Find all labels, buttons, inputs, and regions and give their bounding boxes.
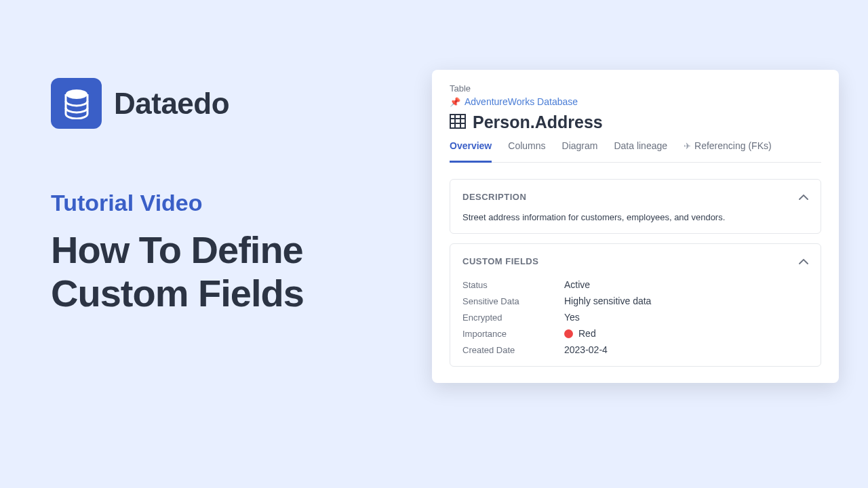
field-value: 2023-02-4 — [564, 344, 608, 355]
custom-fields-card: CUSTOM FIELDS Status Active Sensitive Da… — [450, 243, 821, 367]
custom-fields-body: Status Active Sensitive Data Highly sens… — [462, 279, 808, 355]
field-label: Created Date — [462, 345, 564, 355]
description-title: DESCRIPTION — [462, 192, 526, 202]
title-line-2: Custom Fields — [51, 272, 417, 315]
custom-fields-title: CUSTOM FIELDS — [462, 256, 538, 266]
brand-row: Dataedo — [51, 78, 417, 129]
table-icon — [450, 114, 466, 131]
svg-point-0 — [66, 89, 87, 99]
red-dot-icon — [564, 329, 573, 338]
breadcrumb-link[interactable]: AdventureWorks Database — [465, 96, 578, 107]
brand-logo-icon — [51, 78, 102, 129]
field-label: Encrypted — [462, 312, 564, 323]
field-label: Importance — [462, 329, 564, 339]
tab-columns[interactable]: Columns — [508, 140, 545, 163]
chevron-up-icon[interactable] — [799, 190, 808, 203]
field-value: Yes — [564, 312, 580, 323]
title-line-1: How To Define — [51, 228, 417, 272]
tabs: Overview Columns Diagram Data lineage ✈ … — [450, 140, 821, 163]
object-type-label: Table — [450, 83, 821, 94]
field-label: Status — [462, 280, 564, 290]
pin-icon: 📌 — [450, 97, 460, 107]
tab-referencing-label: Referencing (FKs) — [694, 140, 772, 151]
field-value: Red — [564, 328, 596, 339]
description-text: Street address information for customers… — [462, 212, 808, 222]
svg-rect-1 — [450, 115, 465, 128]
tab-data-lineage[interactable]: Data lineage — [614, 140, 667, 163]
subtitle: Tutorial Video — [51, 190, 417, 216]
field-value: Active — [564, 279, 590, 290]
field-row-importance: Importance Red — [462, 328, 808, 339]
main-title: How To Define Custom Fields — [51, 228, 417, 316]
brand-name: Dataedo — [114, 87, 229, 121]
fk-icon: ✈ — [684, 141, 691, 151]
field-row-created-date: Created Date 2023-02-4 — [462, 344, 808, 355]
tab-overview[interactable]: Overview — [450, 140, 492, 163]
details-panel: Table 📌 AdventureWorks Database Person.A… — [432, 70, 839, 383]
field-row-sensitive-data: Sensitive Data Highly sensitive data — [462, 296, 808, 306]
field-row-encrypted: Encrypted Yes — [462, 312, 808, 323]
field-row-status: Status Active — [462, 279, 808, 290]
breadcrumb: 📌 AdventureWorks Database — [450, 96, 821, 107]
field-label: Sensitive Data — [462, 296, 564, 306]
description-card: DESCRIPTION Street address information f… — [450, 179, 821, 234]
chevron-up-icon[interactable] — [799, 255, 808, 267]
field-value: Highly sensitive data — [564, 296, 651, 306]
object-name-row: Person.Address — [450, 113, 821, 132]
tab-diagram[interactable]: Diagram — [562, 140, 598, 163]
tab-referencing-fks[interactable]: ✈ Referencing (FKs) — [684, 140, 772, 163]
object-name: Person.Address — [473, 113, 603, 132]
importance-value-text: Red — [578, 328, 596, 339]
